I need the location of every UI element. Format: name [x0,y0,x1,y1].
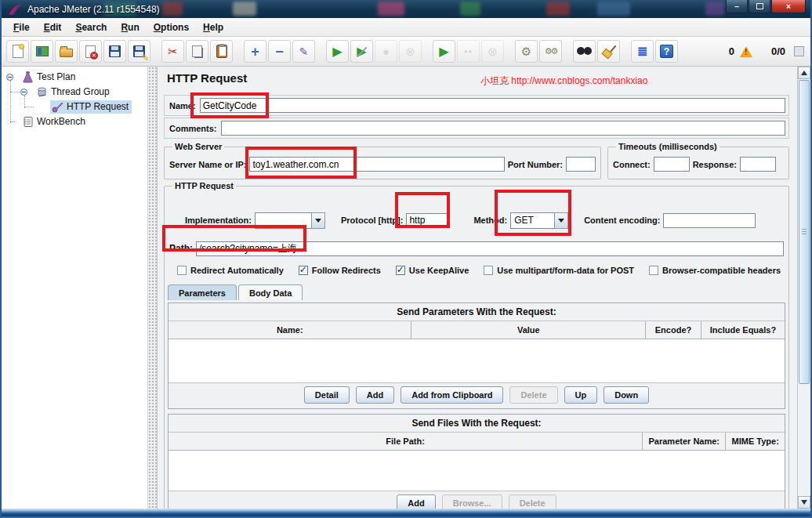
protocol-input[interactable] [406,213,450,228]
jmeter-feather-icon [8,3,22,16]
watermark-text: 小坦克 http://www.cnblogs.com/tankxiao [480,74,647,88]
close-file-button[interactable] [79,40,102,63]
multipart-checkbox[interactable] [484,266,493,275]
stop-icon: ● [379,44,394,60]
param-col-value: Value [411,321,646,339]
menu-help[interactable]: Help [196,20,230,35]
delete-parameter-button: Delete [509,386,557,404]
browser-headers-checkbox[interactable] [649,266,658,275]
param-col-include-equals: Include Equals? [701,321,785,339]
up-button[interactable]: Up [564,386,598,404]
path-input[interactable] [196,241,784,256]
maximize-icon [756,3,763,9]
clear-icon: ⚙ [519,44,535,60]
detail-button[interactable]: Detail [304,386,350,404]
splitter-handle[interactable] [147,67,158,509]
server-input[interactable] [249,157,504,172]
port-label: Port Number: [508,160,563,169]
http-request-icon [52,101,63,113]
collapse-all-button[interactable]: − [268,40,291,63]
comments-input[interactable] [221,121,785,136]
add-parameter-button[interactable]: Add [356,386,394,404]
port-input[interactable] [566,157,596,172]
clear-button[interactable]: ⚙ [515,40,538,63]
maximize-button[interactable] [749,0,770,13]
stop-button: ● [375,40,397,63]
response-timeout-input[interactable] [740,157,776,172]
option-follow-redirects: Follow Redirects [299,266,381,275]
search-icon [577,47,592,56]
expand-all-button[interactable]: + [244,40,266,63]
menu-edit[interactable]: Edit [37,20,69,35]
follow-redirects-checkbox[interactable] [299,266,308,275]
implementation-dropdown-arrow[interactable] [311,212,325,229]
vertical-scrollbar[interactable] [797,67,810,509]
save-button[interactable] [103,40,126,63]
warning-icon[interactable] [740,46,752,57]
timeouts-group: Timeouts (milliseconds) Connect: Respons… [607,142,789,179]
jmeter-window: Apache JMeter (2.11 r1554548) – × File E… [0,0,812,518]
down-button[interactable]: Down [604,386,649,404]
function-helper-button[interactable]: ≣ [631,40,654,63]
paste-button[interactable] [210,40,233,63]
implementation-select[interactable] [255,212,325,229]
shutdown-button: ⊗ [399,40,422,63]
tree-item-http-request[interactable]: HTTP Request [50,100,132,114]
tree-item-workbench[interactable]: WorkBench [22,114,85,129]
use-keepalive-checkbox[interactable] [396,266,405,275]
scroll-up-button[interactable] [798,67,810,79]
add-file-button[interactable]: Add [397,494,435,509]
search-reset-button[interactable] [597,40,620,63]
search-button[interactable] [573,40,596,63]
window-title: Apache JMeter (2.11 r1554548) [27,4,160,15]
option-multipart: Use multipart/form-data for POST [484,266,634,275]
menu-options[interactable]: Options [147,20,196,35]
test-plan-tree: Test Plan Thread Group HTTP Request [2,67,147,509]
method-dropdown-arrow[interactable] [554,212,568,229]
scroll-down-button[interactable] [798,496,810,509]
toolbar: ✎ ✂ + − ✎ ▶ ▶ ● ⊗ ▶ ●● ⊗ ⚙ ⚙⚙ [2,37,810,67]
toggle-icon: ✎ [296,44,312,60]
add-from-clipboard-button[interactable]: Add from Clipboard [401,386,503,404]
parameters-table-block: Send Parameters With the Request: Name: … [168,302,785,409]
start-button[interactable]: ▶ [326,40,349,63]
remote-stop-button: ⊗ [481,40,504,63]
templates-button[interactable] [31,40,53,63]
parameters-table-body[interactable] [169,339,785,383]
connect-timeout-input[interactable] [654,157,690,172]
minimize-button[interactable]: – [726,0,748,13]
tab-body-data[interactable]: Body Data [238,284,303,300]
tab-parameters[interactable]: Parameters [168,284,237,300]
help-icon: ? [660,45,673,58]
redirect-automatically-checkbox[interactable] [177,266,187,275]
open-button[interactable] [55,40,78,63]
help-button[interactable]: ? [655,40,678,63]
method-select[interactable]: GET [510,212,568,229]
new-button[interactable] [6,40,29,63]
expand-handle-test-plan[interactable] [6,74,13,81]
tree-guide [10,121,15,122]
option-use-keepalive: Use KeepAlive [396,266,469,275]
menu-file[interactable]: File [6,20,37,35]
menu-run[interactable]: Run [114,20,146,35]
copy-button[interactable] [186,40,208,63]
menu-search[interactable]: Search [68,20,114,35]
desktop-glass-blob [378,2,404,16]
cut-button[interactable]: ✂ [161,40,184,63]
scrollbar-thumb[interactable] [799,80,810,384]
expand-handle-thread-group[interactable] [20,89,27,96]
active-threads-count: 0/0 [771,45,785,57]
remote-start-button[interactable]: ▶ [433,40,455,63]
save-as-button[interactable]: ✎ [128,40,150,63]
start-no-pauses-button[interactable]: ▶ [350,40,373,63]
thread-group-icon [36,86,48,98]
tree-item-thread-group[interactable]: Thread Group [36,85,110,99]
tree-item-test-plan[interactable]: Test Plan [22,70,75,84]
name-input[interactable] [200,98,785,113]
close-button[interactable]: × [771,0,806,13]
clear-all-button[interactable]: ⚙⚙ [539,40,562,63]
content-encoding-input[interactable] [663,213,756,228]
files-table-title: Send Files With the Request: [169,415,785,433]
toggle-button[interactable]: ✎ [292,40,315,63]
files-table-body[interactable] [169,451,785,491]
